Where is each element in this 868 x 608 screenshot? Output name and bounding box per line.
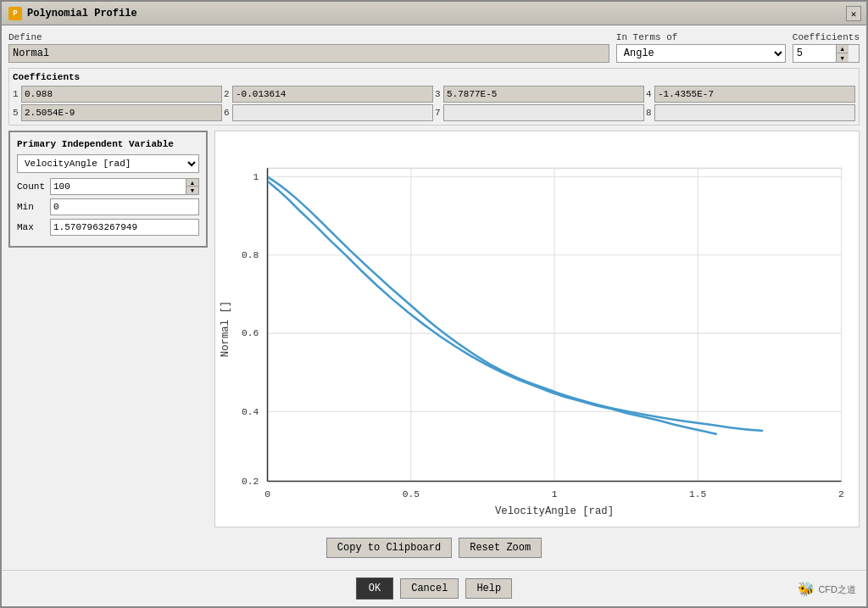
coeff-cell-5: 5 <box>13 104 222 121</box>
window-icon: P <box>8 7 22 20</box>
coeff-input-8 <box>654 104 855 121</box>
coeff-cell-8: 8 <box>646 104 855 121</box>
coeff-count-spinner-btns: ▲ ▼ <box>836 45 849 62</box>
main-window: P Polynomial Profile ✕ Define In Terms o… <box>0 0 868 608</box>
coefficients-label: Coefficients <box>13 72 855 82</box>
coeff-index-4: 4 <box>646 89 653 99</box>
in-terms-label: In Terms of <box>616 32 786 42</box>
coeff-cell-1: 1 <box>13 86 222 103</box>
primary-var-select[interactable]: VelocityAngle [rad] <box>17 154 199 173</box>
coeff-cell-4: 4 <box>646 86 855 103</box>
content-area: Define In Terms of Angle Coefficients ▲ <box>2 25 866 570</box>
min-label: Min <box>17 202 47 212</box>
coeff-count-section: Coefficients ▲ ▼ <box>793 32 860 63</box>
min-row: Min <box>17 198 199 215</box>
footer-logo-text: CFD之道 <box>818 583 856 596</box>
max-input[interactable] <box>50 219 199 236</box>
coeff-index-8: 8 <box>646 108 653 118</box>
coeff-cell-6: 6 <box>224 104 433 121</box>
coeff-index-2: 2 <box>224 89 231 99</box>
left-panel: Primary Independent Variable VelocityAng… <box>8 131 208 527</box>
primary-var-label: Primary Independent Variable <box>17 139 199 149</box>
copy-clipboard-button[interactable]: Copy to Clipboard <box>326 538 452 558</box>
coeff-cell-2: 2 <box>224 86 433 103</box>
coeff-count-input[interactable] <box>793 45 836 62</box>
footer-logo-area: 🐝 CFD之道 <box>798 581 856 598</box>
coeff-input-6 <box>232 104 433 121</box>
footer-bar: OK Cancel Help 🐝 CFD之道 <box>2 570 866 606</box>
count-input[interactable] <box>51 181 186 192</box>
count-row: Count ▲ ▼ <box>17 178 199 195</box>
count-up-btn[interactable]: ▲ <box>186 179 198 187</box>
in-terms-select-container: Angle <box>616 44 786 63</box>
coeff-cell-3: 3 <box>435 86 644 103</box>
min-input[interactable] <box>50 198 199 215</box>
coeff-input-2[interactable] <box>232 86 433 103</box>
count-spinner: ▲ ▼ <box>50 178 199 195</box>
coeff-input-7 <box>443 104 644 121</box>
in-terms-section: In Terms of Angle <box>616 32 786 63</box>
title-bar: P Polynomial Profile ✕ <box>2 2 866 25</box>
coeff-count-spinner: ▲ ▼ <box>793 44 860 63</box>
coeff-index-6: 6 <box>224 108 231 118</box>
coeff-index-7: 7 <box>435 108 442 118</box>
coeff-input-4[interactable] <box>654 86 855 103</box>
coefficients-grid: 1 2 3 4 5 <box>13 86 855 121</box>
coeff-index-5: 5 <box>13 108 19 118</box>
max-row: Max <box>17 219 199 236</box>
ok-button[interactable]: OK <box>356 577 393 600</box>
coeff-count-label: Coefficients <box>793 32 860 42</box>
coeff-count-down[interactable]: ▼ <box>837 53 849 62</box>
chart-area: 1 0.8 0.6 0.4 0.2 0 0.5 1 1.5 2 Normal [… <box>214 131 860 527</box>
cancel-button[interactable]: Cancel <box>400 578 459 599</box>
define-section: Define <box>8 32 609 63</box>
primary-var-box: Primary Independent Variable VelocityAng… <box>8 131 208 248</box>
coeff-index-1: 1 <box>13 89 19 99</box>
define-input[interactable] <box>8 44 609 63</box>
main-area: Primary Independent Variable VelocityAng… <box>8 131 860 527</box>
window-title: Polynomial Profile <box>27 8 860 20</box>
count-label: Count <box>17 181 47 192</box>
coeff-input-1[interactable] <box>21 86 222 103</box>
bottom-bar: Copy to Clipboard Reset Zoom <box>8 533 860 563</box>
define-label: Define <box>8 32 609 42</box>
chart-curve-overlay <box>215 131 859 527</box>
count-down-btn[interactable]: ▼ <box>186 187 198 194</box>
max-label: Max <box>17 222 47 232</box>
coeff-input-3[interactable] <box>443 86 644 103</box>
in-terms-select[interactable]: Angle <box>616 44 786 63</box>
coeff-input-5[interactable] <box>21 104 222 121</box>
help-button[interactable]: Help <box>465 578 512 599</box>
svg-rect-24 <box>268 168 842 485</box>
coeff-count-up[interactable]: ▲ <box>837 45 849 53</box>
top-row: Define In Terms of Angle Coefficients ▲ <box>8 32 860 63</box>
coefficients-section: Coefficients 1 2 3 4 <box>8 68 860 126</box>
coeff-index-3: 3 <box>435 89 442 99</box>
coeff-cell-7: 7 <box>435 104 644 121</box>
reset-zoom-button[interactable]: Reset Zoom <box>459 538 542 558</box>
close-button[interactable]: ✕ <box>846 6 861 21</box>
